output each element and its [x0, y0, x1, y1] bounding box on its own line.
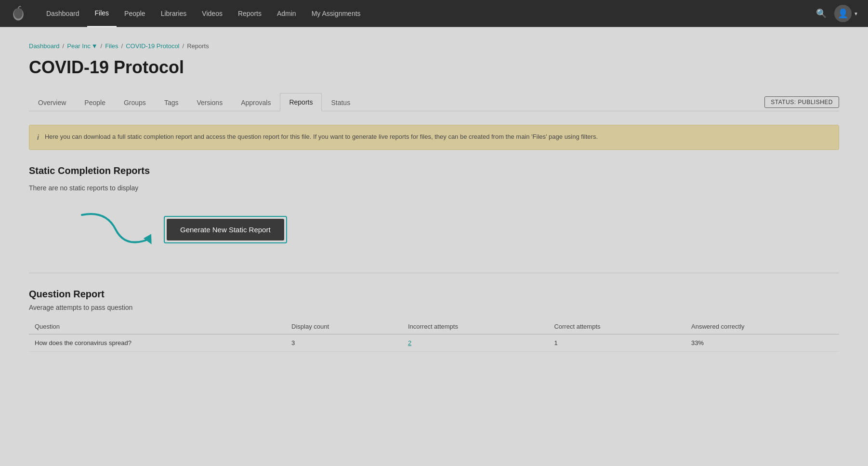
breadcrumb-current: Reports — [187, 42, 209, 50]
static-section-title: Static Completion Reports — [29, 165, 839, 176]
nav-reports[interactable]: Reports — [230, 0, 269, 27]
breadcrumb-sep-4: / — [183, 42, 184, 50]
nav-my-assignments[interactable]: My Assignments — [304, 0, 368, 27]
table-row: How does the coronavirus spread? 3 2 1 3… — [29, 334, 839, 352]
table-body: How does the coronavirus spread? 3 2 1 3… — [29, 334, 839, 352]
tab-versions[interactable]: Versions — [187, 93, 232, 111]
page-title: COVID-19 Protocol — [29, 57, 839, 78]
col-answered-correctly: Answered correctly — [685, 319, 839, 334]
tab-status[interactable]: Status — [322, 93, 359, 111]
tab-reports[interactable]: Reports — [280, 93, 322, 111]
cell-incorrect-attempts[interactable]: 2 — [402, 334, 549, 352]
breadcrumb-sep-3: / — [121, 42, 123, 50]
nav-admin[interactable]: Admin — [269, 0, 304, 27]
col-correct-attempts: Correct attempts — [548, 319, 685, 334]
svg-marker-2 — [143, 232, 155, 244]
svg-point-1 — [14, 8, 23, 19]
tab-overview[interactable]: Overview — [29, 93, 75, 111]
avatar[interactable]: 👤 — [834, 5, 852, 22]
nav-dashboard[interactable]: Dashboard — [39, 0, 87, 27]
no-reports-text: There are no static reports to display — [29, 184, 839, 192]
tab-approvals[interactable]: Approvals — [232, 93, 280, 111]
breadcrumb-sep-1: / — [63, 42, 65, 50]
status-badge: STATUS: PUBLISHED — [764, 96, 839, 108]
cell-answered-correctly: 33% — [685, 334, 839, 352]
nav-files[interactable]: Files — [87, 0, 117, 27]
breadcrumb: Dashboard / Pear Inc ▼ / Files / COVID-1… — [29, 42, 839, 50]
breadcrumb-file[interactable]: COVID-19 Protocol — [126, 42, 179, 50]
chevron-down-icon: ▼ — [92, 42, 98, 50]
info-text: Here you can download a full static comp… — [45, 132, 598, 142]
col-incorrect-attempts: Incorrect attempts — [402, 319, 549, 334]
question-report-table: Question Display count Incorrect attempt… — [29, 319, 839, 352]
avatar-dropdown-icon[interactable]: ▼ — [854, 11, 858, 16]
info-box: i Here you can download a full static co… — [29, 125, 839, 150]
navbar: Dashboard Files People Libraries Videos … — [0, 0, 868, 27]
breadcrumb-dashboard[interactable]: Dashboard — [29, 42, 60, 50]
tab-people[interactable]: People — [75, 93, 115, 111]
tab-bar: Overview People Groups Tags Versions App… — [29, 93, 839, 111]
tab-tags[interactable]: Tags — [155, 93, 188, 111]
question-report-title: Question Report — [29, 289, 839, 300]
nav-videos[interactable]: Videos — [194, 0, 230, 27]
nav-people[interactable]: People — [117, 0, 153, 27]
table-header: Question Display count Incorrect attempt… — [29, 319, 839, 334]
nav-right-area: 🔍 👤 ▼ — [812, 4, 858, 23]
generate-static-report-button[interactable]: Generate New Static Report — [167, 219, 284, 240]
content-area: Dashboard / Pear Inc ▼ / Files / COVID-1… — [0, 27, 868, 466]
info-icon: i — [37, 133, 39, 143]
app-logo[interactable] — [10, 5, 27, 22]
tab-groups[interactable]: Groups — [115, 93, 155, 111]
question-report-subtitle: Average attempts to pass question — [29, 304, 839, 311]
breadcrumb-sep-2: / — [101, 42, 103, 50]
generate-area: Generate New Static Report — [29, 205, 839, 253]
nav-libraries[interactable]: Libraries — [153, 0, 195, 27]
section-divider — [29, 273, 839, 273]
search-icon[interactable]: 🔍 — [812, 4, 830, 23]
cell-display-count: 3 — [286, 334, 402, 352]
arrow-icon — [67, 205, 164, 253]
generate-btn-wrapper: Generate New Static Report — [164, 216, 287, 243]
cell-question: How does the coronavirus spread? — [29, 334, 286, 352]
breadcrumb-files[interactable]: Files — [105, 42, 118, 50]
col-display-count: Display count — [286, 319, 402, 334]
breadcrumb-org[interactable]: Pear Inc ▼ — [67, 42, 97, 50]
nav-menu: Dashboard Files People Libraries Videos … — [39, 0, 812, 27]
col-question: Question — [29, 319, 286, 334]
cell-correct-attempts: 1 — [548, 334, 685, 352]
